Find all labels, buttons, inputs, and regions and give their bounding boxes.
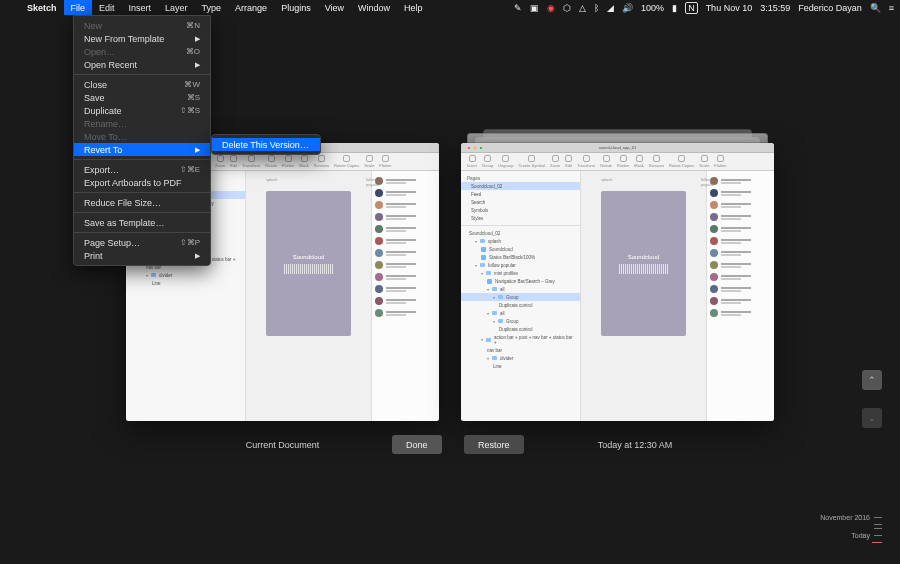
wifi-icon[interactable]: ◢	[607, 3, 614, 13]
date[interactable]: Thu Nov 10	[706, 3, 753, 13]
status-icon[interactable]: ▣	[530, 3, 539, 13]
volume-icon[interactable]: 🔊	[622, 3, 633, 13]
artboard-splash: Soundcloud	[266, 191, 351, 336]
file-menu-item[interactable]: Print▶	[74, 249, 210, 262]
file-menu-item: Open…⌘O	[74, 45, 210, 58]
file-dropdown: New⌘NNew From Template▶Open…⌘OOpen Recen…	[73, 15, 211, 266]
user-name[interactable]: Federico Dayan	[798, 3, 862, 13]
menu-layer[interactable]: Layer	[158, 0, 195, 15]
artboard-splash: Soundcloud	[601, 191, 686, 336]
sketch-toolbar: InsertGroupUngroupCreate SymbolZoomEditT…	[461, 153, 774, 171]
timeline-scrubber[interactable]: November 2016 Today	[812, 511, 882, 546]
revert-submenu: Delete This Version…	[211, 134, 321, 155]
canvas: splash follow popular Soundcloud	[246, 171, 371, 421]
nav-up-button[interactable]: ⌃	[862, 370, 882, 390]
menu-file[interactable]: File	[64, 0, 93, 15]
menu-help[interactable]: Help	[397, 0, 430, 15]
menu-plugins[interactable]: Plugins	[274, 0, 318, 15]
battery-percent[interactable]: 100%	[641, 3, 664, 13]
scrubber-month-label: November 2016	[820, 514, 870, 521]
status-icon[interactable]: ◉	[547, 3, 555, 13]
file-menu-item: Move To…	[74, 130, 210, 143]
file-menu-item[interactable]: Page Setup…⇧⌘P	[74, 236, 210, 249]
menu-edit[interactable]: Edit	[92, 0, 122, 15]
done-button[interactable]: Done	[392, 435, 442, 454]
window-titlebar: sound-cloud_app_01	[461, 143, 774, 153]
app-name[interactable]: Sketch	[20, 0, 64, 15]
menu-type[interactable]: Type	[195, 0, 229, 15]
scrubber-today-label: Today	[851, 532, 870, 539]
file-menu-item[interactable]: Export…⇧⌘E	[74, 163, 210, 176]
macos-menubar: Sketch File Edit Insert Layer Type Arran…	[0, 0, 900, 15]
notion-icon[interactable]: N	[685, 2, 698, 14]
menu-extras-icon[interactable]: ≡	[889, 3, 894, 13]
file-menu-item[interactable]: New From Template▶	[74, 32, 210, 45]
restore-button[interactable]: Restore	[464, 435, 524, 454]
bluetooth-icon[interactable]: ᛒ	[594, 3, 599, 13]
version-nav-arrows: ⌃ ⌄	[862, 370, 882, 428]
file-menu-item: Rename…	[74, 117, 210, 130]
nav-down-button[interactable]: ⌄	[862, 408, 882, 428]
menu-view[interactable]: View	[318, 0, 351, 15]
apple-menu[interactable]	[6, 0, 20, 15]
battery-icon[interactable]: ▮	[672, 3, 677, 13]
file-menu-item[interactable]: Duplicate⇧⌘S	[74, 104, 210, 117]
menu-window[interactable]: Window	[351, 0, 397, 15]
time[interactable]: 3:15:59	[760, 3, 790, 13]
menu-insert[interactable]: Insert	[122, 0, 159, 15]
version-document-preview[interactable]: sound-cloud_app_01 InsertGroupUngroupCre…	[461, 143, 774, 421]
layers-panel: PagesSoundcloud_02FeedSearchSymbolsStyle…	[461, 171, 581, 421]
version-timestamp-label: Today at 12:30 AM	[555, 440, 715, 450]
file-menu-item[interactable]: Reduce File Size…	[74, 196, 210, 209]
spotlight-icon[interactable]: 🔍	[870, 3, 881, 13]
file-menu-item[interactable]: Revert To▶	[74, 143, 210, 156]
file-menu-item[interactable]: Close⌘W	[74, 78, 210, 91]
file-menu-item[interactable]: Save⌘S	[74, 91, 210, 104]
menu-arrange[interactable]: Arrange	[228, 0, 274, 15]
canvas: splash follow popular Soundcloud	[581, 171, 706, 421]
delete-version-item[interactable]: Delete This Version…	[212, 138, 320, 151]
cloud-icon[interactable]: △	[579, 3, 586, 13]
dropbox-icon[interactable]: ⬡	[563, 3, 571, 13]
file-menu-item[interactable]: Open Recent▶	[74, 58, 210, 71]
inspector-panel	[706, 171, 774, 421]
file-menu-item[interactable]: Save as Template…	[74, 216, 210, 229]
file-menu-item[interactable]: Export Artboards to PDF	[74, 176, 210, 189]
status-icon[interactable]: ✎	[514, 3, 522, 13]
file-menu-item: New⌘N	[74, 19, 210, 32]
inspector-panel	[371, 171, 439, 421]
